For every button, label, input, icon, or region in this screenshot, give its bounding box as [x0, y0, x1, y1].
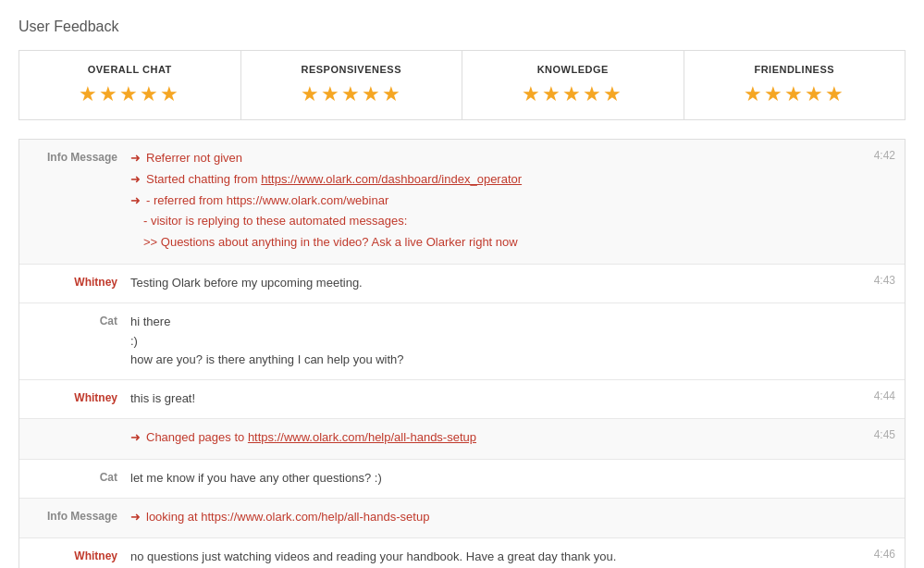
- rating-friendliness-label: FRIENDLINESS: [694, 64, 896, 75]
- chat-row-whitney-1: Whitney Testing Olark before my upcoming…: [19, 265, 905, 303]
- info-line-3: ➜ - referred from https://www.olark.com/…: [130, 191, 849, 211]
- sender-whitney-2: Whitney: [29, 388, 130, 407]
- info-line-1: ➜ Referrer not given: [130, 149, 849, 168]
- info-line-2: ➜ Started chatting from https://www.olar…: [130, 170, 849, 190]
- rating-friendliness-stars: ★★★★★: [694, 82, 896, 106]
- sender-info-1: Info Message: [29, 147, 130, 167]
- sender-info-2: [29, 426, 130, 428]
- info-line-changed-pages: ➜ Changed pages to https://www.olark.com…: [130, 428, 849, 448]
- rating-knowledge-label: KNOWLEDGE: [472, 64, 674, 75]
- timestamp-info-1: 4:42: [849, 147, 895, 162]
- timestamp-cat-2: [849, 467, 895, 469]
- sender-cat-1: Cat: [29, 311, 130, 330]
- rating-responsiveness: RESPONSIVENESS ★★★★★: [241, 51, 463, 119]
- message-info-2: ➜ Changed pages to https://www.olark.com…: [130, 426, 849, 451]
- timestamp-cat-1: [849, 311, 895, 313]
- message-whitney-3: no questions just watching videos and re…: [130, 546, 849, 568]
- info-line-5: >> Questions about anything in the video…: [130, 233, 849, 253]
- timestamp-whitney-1: 4:43: [849, 272, 895, 287]
- message-whitney-1: Testing Olark before my upcoming meeting…: [130, 272, 849, 295]
- timestamp-info-2: 4:45: [849, 426, 895, 441]
- arrow-icon-1: ➜: [130, 149, 141, 168]
- rating-overall-chat-stars: ★★★★★: [29, 82, 231, 106]
- sender-whitney-1: Whitney: [29, 272, 130, 291]
- message-cat-1: hi there :) how are you? is there anythi…: [130, 311, 849, 372]
- chat-row-info-2: ➜ Changed pages to https://www.olark.com…: [19, 419, 905, 460]
- info-line-looking: ➜ looking at https://www.olark.com/help/…: [130, 508, 849, 527]
- timestamp-info-3: [849, 506, 895, 508]
- sender-whitney-3: Whitney: [29, 546, 130, 565]
- arrow-icon-2: ➜: [130, 170, 141, 190]
- ratings-container: OVERALL CHAT ★★★★★ RESPONSIVENESS ★★★★★ …: [18, 50, 906, 120]
- changed-pages-link[interactable]: https://www.olark.com/help/all-hands-set…: [248, 430, 476, 444]
- page-title: User Feedback: [18, 19, 906, 35]
- arrow-icon-looking: ➜: [130, 508, 141, 527]
- sender-info-3: Info Message: [29, 506, 130, 525]
- rating-overall-chat: OVERALL CHAT ★★★★★: [19, 51, 241, 119]
- message-info-3: ➜ looking at https://www.olark.com/help/…: [130, 506, 849, 531]
- chat-row-cat-2: Cat let me know if you have any other qu…: [19, 460, 905, 499]
- chat-row-cat-1: Cat hi there :) how are you? is there an…: [19, 303, 905, 380]
- message-whitney-2: this is great!: [130, 388, 849, 411]
- chat-row-info-3: Info Message ➜ looking at https://www.ol…: [19, 499, 905, 539]
- timestamp-whitney-3: 4:46: [849, 546, 895, 561]
- timestamp-whitney-2: 4:44: [849, 388, 895, 402]
- chat-row-info-1: Info Message ➜ Referrer not given ➜ Star…: [19, 140, 905, 265]
- info-line-4: - visitor is replying to these automated…: [130, 212, 849, 231]
- arrow-icon-3: ➜: [130, 191, 141, 211]
- rating-knowledge: KNOWLEDGE ★★★★★: [462, 51, 684, 119]
- arrow-icon-changed: ➜: [130, 428, 141, 448]
- rating-responsiveness-stars: ★★★★★: [251, 82, 453, 106]
- rating-responsiveness-label: RESPONSIVENESS: [251, 64, 453, 75]
- chat-row-whitney-2: Whitney this is great! 4:44: [19, 380, 905, 419]
- rating-friendliness: FRIENDLINESS ★★★★★: [684, 51, 906, 119]
- rating-knowledge-stars: ★★★★★: [472, 82, 674, 106]
- chat-transcript: Info Message ➜ Referrer not given ➜ Star…: [18, 139, 906, 568]
- rating-overall-chat-label: OVERALL CHAT: [29, 64, 231, 75]
- message-info-1: ➜ Referrer not given ➜ Started chatting …: [130, 147, 849, 256]
- chat-row-whitney-3: Whitney no questions just watching video…: [19, 538, 905, 568]
- chatting-link[interactable]: https://www.olark.com/dashboard/index_op…: [261, 172, 522, 186]
- sender-cat-2: Cat: [29, 467, 130, 487]
- message-cat-2: let me know if you have any other questi…: [130, 467, 849, 490]
